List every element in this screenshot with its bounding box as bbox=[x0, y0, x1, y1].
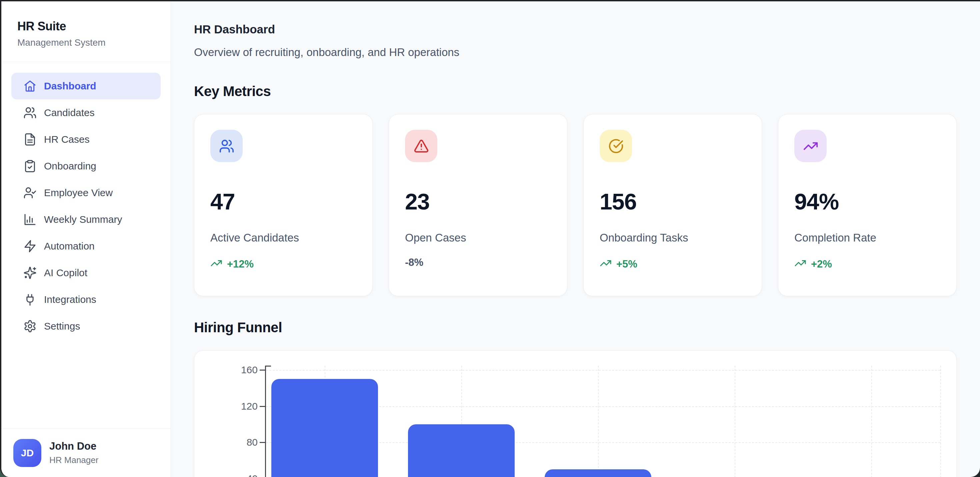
sidebar-item-candidates[interactable]: Candidates bbox=[11, 99, 161, 126]
metric-label: Onboarding Tasks bbox=[600, 232, 746, 243]
funnel-bar bbox=[545, 469, 651, 477]
trending-up-icon bbox=[210, 257, 222, 271]
check-circle-icon bbox=[608, 139, 624, 154]
sidebar-item-dashboard[interactable]: Dashboard bbox=[11, 73, 161, 99]
clipboard-check-icon bbox=[23, 160, 37, 173]
metric-label: Completion Rate bbox=[794, 232, 940, 243]
brand-header: HR Suite Management System bbox=[2, 2, 171, 62]
file-text-icon bbox=[23, 133, 37, 146]
metric-trend-value: -8% bbox=[405, 257, 423, 268]
sidebar: HR Suite Management System Dashboard Can… bbox=[2, 2, 171, 477]
nav-item-label: AI Copilot bbox=[44, 267, 88, 279]
metric-trend: -8% bbox=[405, 257, 551, 268]
alert-triangle-icon-tile bbox=[405, 130, 438, 162]
sidebar-item-employee-view[interactable]: Employee View bbox=[11, 179, 161, 206]
user-check-icon bbox=[23, 186, 37, 199]
x-gridline bbox=[871, 365, 872, 477]
metric-label: Open Cases bbox=[405, 232, 551, 243]
nav-item-label: Candidates bbox=[44, 107, 95, 118]
nav-item-label: Integrations bbox=[44, 294, 96, 305]
trending-up-icon bbox=[794, 257, 807, 269]
bar-chart-icon bbox=[23, 213, 37, 226]
plot-right-boundary bbox=[940, 365, 941, 477]
metric-value: 94% bbox=[794, 190, 940, 213]
metric-card-active-candidates: 47 Active Candidates +12% bbox=[194, 114, 373, 296]
user-info: John Doe HR Manager bbox=[49, 440, 98, 465]
trending-up-icon-tile bbox=[794, 130, 827, 162]
user-name: John Doe bbox=[49, 440, 98, 452]
home-icon bbox=[23, 80, 37, 93]
user-profile[interactable]: JD John Doe HR Manager bbox=[2, 428, 171, 477]
zap-icon bbox=[23, 239, 37, 253]
trending-up-icon bbox=[600, 257, 612, 271]
metric-card-onboarding-tasks: 156 Onboarding Tasks +5% bbox=[583, 114, 762, 296]
file-text-icon bbox=[23, 133, 37, 146]
nav-item-label: Settings bbox=[44, 321, 80, 332]
y-axis-top-cap bbox=[265, 365, 271, 367]
main-content: HR Dashboard Overview of recruiting, onb… bbox=[171, 2, 980, 477]
check-circle-icon-tile bbox=[600, 130, 632, 162]
y-tick-label: 40 bbox=[194, 473, 258, 477]
sparkles-icon bbox=[23, 266, 37, 279]
funnel-bar bbox=[271, 379, 378, 477]
metric-trend: +2% bbox=[794, 257, 940, 271]
metric-label: Active Candidates bbox=[210, 232, 356, 243]
users-icon-tile bbox=[210, 130, 243, 162]
metric-trend: +5% bbox=[600, 257, 746, 271]
nav-item-label: Weekly Summary bbox=[44, 214, 123, 225]
metric-card-completion-rate: 94% Completion Rate +2% bbox=[778, 114, 957, 296]
settings-gear-icon bbox=[23, 319, 37, 333]
sidebar-item-settings[interactable]: Settings bbox=[11, 313, 161, 340]
funnel-bar bbox=[408, 424, 515, 477]
plug-icon bbox=[23, 293, 37, 306]
y-axis-tick bbox=[260, 442, 265, 443]
y-tick-label: 160 bbox=[194, 364, 258, 376]
page-title: HR Dashboard bbox=[194, 23, 957, 36]
sidebar-item-ai-copilot[interactable]: AI Copilot bbox=[11, 260, 161, 286]
metric-trend-value: +5% bbox=[616, 259, 637, 269]
metric-trend-value: +12% bbox=[227, 259, 254, 269]
y-tick-label: 120 bbox=[194, 400, 258, 412]
sidebar-item-weekly-summary[interactable]: Weekly Summary bbox=[11, 206, 161, 233]
users-icon bbox=[23, 106, 37, 120]
app-window: HR Suite Management System Dashboard Can… bbox=[0, 0, 980, 477]
y-axis-tick bbox=[260, 406, 265, 407]
y-tick-label: 80 bbox=[194, 437, 258, 448]
sidebar-nav: Dashboard Candidates HR Cases Onboarding… bbox=[2, 62, 171, 340]
nav-item-label: Employee View bbox=[44, 187, 113, 198]
clipboard-check-icon bbox=[23, 160, 37, 173]
page-subtitle: Overview of recruiting, onboarding, and … bbox=[194, 46, 957, 59]
key-metrics-heading: Key Metrics bbox=[194, 83, 957, 99]
metric-trend-value: +2% bbox=[811, 259, 832, 269]
zap-icon bbox=[23, 239, 37, 253]
nav-item-label: Automation bbox=[44, 241, 95, 252]
metric-value: 156 bbox=[600, 190, 746, 213]
user-role: HR Manager bbox=[49, 455, 98, 465]
sparkles-icon bbox=[23, 266, 37, 279]
nav-item-label: Onboarding bbox=[44, 160, 96, 172]
users-icon bbox=[23, 106, 37, 120]
y-axis-tick bbox=[260, 370, 265, 370]
trending-up-icon bbox=[803, 139, 818, 154]
app-title: HR Suite bbox=[18, 19, 171, 34]
sidebar-item-hr-cases[interactable]: HR Cases bbox=[11, 126, 161, 153]
nav-item-label: HR Cases bbox=[44, 134, 90, 145]
y-axis-line bbox=[265, 365, 266, 477]
metric-trend: +12% bbox=[210, 257, 356, 271]
sidebar-item-integrations[interactable]: Integrations bbox=[11, 286, 161, 313]
trending-up-icon bbox=[600, 257, 612, 269]
app-subtitle: Management System bbox=[18, 37, 171, 48]
y-gridline bbox=[266, 370, 940, 370]
metric-value: 23 bbox=[405, 190, 551, 213]
hiring-funnel-heading: Hiring Funnel bbox=[194, 319, 957, 335]
x-gridline bbox=[735, 365, 735, 477]
trending-up-icon bbox=[210, 257, 222, 269]
sidebar-item-automation[interactable]: Automation bbox=[11, 233, 161, 260]
plug-icon bbox=[23, 293, 37, 306]
metric-card-open-cases: 23 Open Cases -8% bbox=[389, 114, 567, 296]
settings-gear-icon bbox=[23, 319, 37, 333]
trending-up-icon bbox=[794, 257, 807, 271]
users-icon bbox=[219, 139, 234, 154]
hiring-funnel-chart: 1601208040 bbox=[194, 350, 957, 477]
sidebar-item-onboarding[interactable]: Onboarding bbox=[11, 153, 161, 179]
